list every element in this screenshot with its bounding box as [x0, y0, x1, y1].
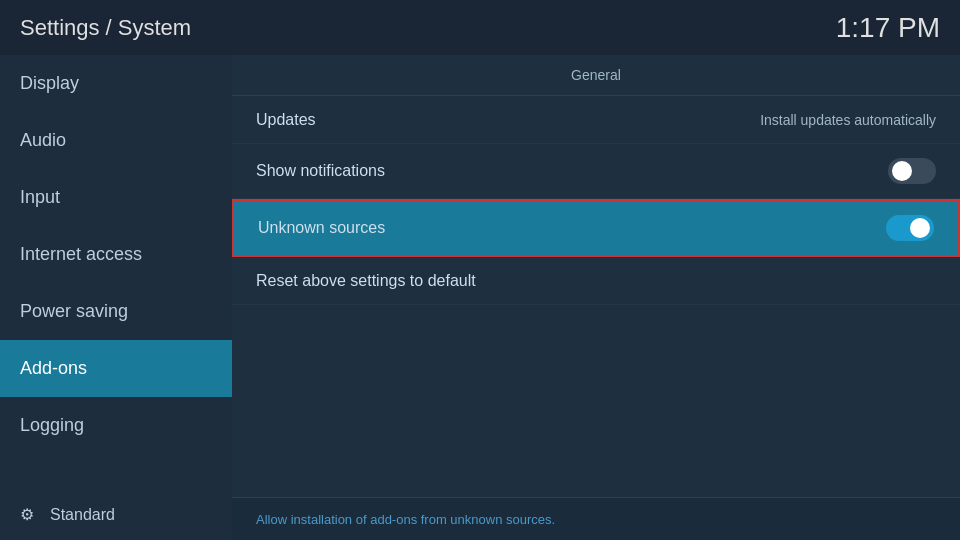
setting-label-show-notifications: Show notifications: [256, 162, 385, 180]
sidebar-item-add-ons-label: Add-ons: [20, 358, 87, 379]
sidebar-item-logging-label: Logging: [20, 415, 84, 436]
setting-label-updates: Updates: [256, 111, 316, 129]
sidebar-item-internet-access-label: Internet access: [20, 244, 142, 265]
sidebar-item-power-saving-label: Power saving: [20, 301, 128, 322]
gear-icon: ⚙: [20, 505, 40, 525]
toggle-knob-unknown-sources: [910, 218, 930, 238]
main-container: Display Audio Input Internet access Powe…: [0, 55, 960, 540]
toggle-knob-show-notifications: [892, 161, 912, 181]
standard-label: Standard: [50, 506, 115, 524]
sidebar-item-logging[interactable]: Logging: [0, 397, 232, 454]
toggle-unknown-sources[interactable]: [886, 215, 934, 241]
content-footer: Allow installation of add-ons from unkno…: [232, 497, 960, 540]
setting-row-reset[interactable]: Reset above settings to default: [232, 257, 960, 305]
setting-label-unknown-sources: Unknown sources: [258, 219, 385, 237]
sidebar-item-input-label: Input: [20, 187, 60, 208]
sidebar-item-internet-access[interactable]: Internet access: [0, 226, 232, 283]
content-panel: General Updates Install updates automati…: [232, 55, 960, 540]
sidebar-item-power-saving[interactable]: Power saving: [0, 283, 232, 340]
sidebar-item-audio[interactable]: Audio: [0, 112, 232, 169]
footer-text: Allow installation of add-ons from unkno…: [256, 512, 555, 527]
sidebar-bottom[interactable]: ⚙ Standard: [0, 490, 232, 540]
sidebar-item-add-ons[interactable]: Add-ons: [0, 340, 232, 397]
clock: 1:17 PM: [836, 12, 940, 44]
toggle-show-notifications[interactable]: [888, 158, 936, 184]
content-inner: General Updates Install updates automati…: [232, 55, 960, 497]
sidebar-item-display-label: Display: [20, 73, 79, 94]
section-header: General: [232, 55, 960, 96]
sidebar-item-audio-label: Audio: [20, 130, 66, 151]
setting-row-unknown-sources[interactable]: Unknown sources: [232, 199, 960, 257]
sidebar-item-input[interactable]: Input: [0, 169, 232, 226]
setting-label-reset: Reset above settings to default: [256, 272, 476, 290]
page-title: Settings / System: [20, 15, 191, 41]
header: Settings / System 1:17 PM: [0, 0, 960, 55]
sidebar-item-display[interactable]: Display: [0, 55, 232, 112]
setting-row-updates[interactable]: Updates Install updates automatically: [232, 96, 960, 144]
setting-value-updates: Install updates automatically: [760, 112, 936, 128]
setting-row-show-notifications[interactable]: Show notifications: [232, 144, 960, 199]
sidebar: Display Audio Input Internet access Powe…: [0, 55, 232, 540]
